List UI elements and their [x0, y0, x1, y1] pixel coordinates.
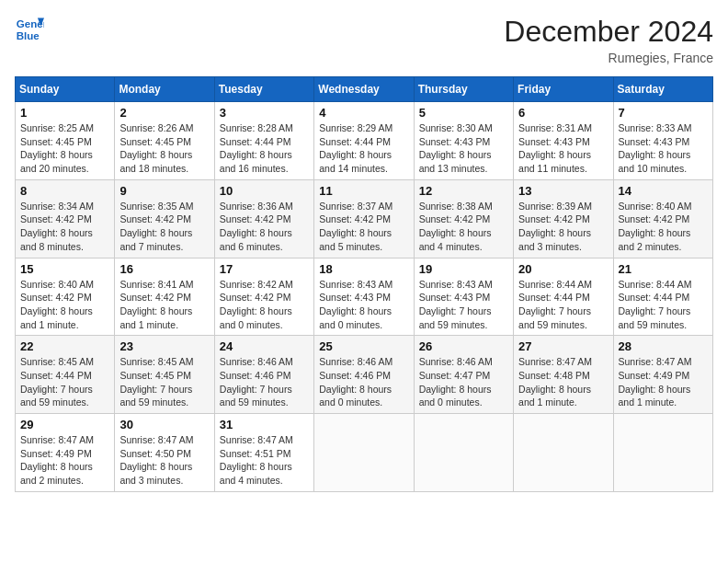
calendar-cell: [314, 414, 414, 492]
day-number: 18: [319, 262, 408, 276]
calendar-cell: 18Sunrise: 8:43 AM Sunset: 4:43 PM Dayli…: [314, 258, 414, 336]
calendar-header-row: SundayMondayTuesdayWednesdayThursdayFrid…: [16, 77, 713, 102]
weekday-header: Thursday: [414, 77, 513, 102]
day-info: Sunrise: 8:28 AM Sunset: 4:44 PM Dayligh…: [220, 121, 309, 176]
calendar-cell: 21Sunrise: 8:44 AM Sunset: 4:44 PM Dayli…: [613, 258, 712, 336]
day-info: Sunrise: 8:40 AM Sunset: 4:42 PM Dayligh…: [619, 200, 708, 254]
day-number: 23: [119, 339, 209, 353]
calendar-cell: 12Sunrise: 8:38 AM Sunset: 4:42 PM Dayli…: [414, 179, 513, 258]
day-number: 4: [319, 106, 408, 120]
calendar-week-row: 22Sunrise: 8:45 AM Sunset: 4:44 PM Dayli…: [16, 336, 713, 414]
calendar-cell: 24Sunrise: 8:46 AM Sunset: 4:46 PM Dayli…: [214, 336, 313, 414]
day-info: Sunrise: 8:46 AM Sunset: 4:46 PM Dayligh…: [319, 355, 408, 409]
day-number: 30: [119, 418, 209, 431]
weekday-header: Wednesday: [314, 77, 414, 102]
day-info: Sunrise: 8:47 AM Sunset: 4:49 PM Dayligh…: [20, 433, 109, 488]
day-number: 29: [20, 418, 109, 431]
calendar-cell: 11Sunrise: 8:37 AM Sunset: 4:42 PM Dayli…: [314, 179, 414, 258]
day-info: Sunrise: 8:43 AM Sunset: 4:43 PM Dayligh…: [419, 278, 508, 332]
calendar-cell: 27Sunrise: 8:47 AM Sunset: 4:48 PM Dayli…: [514, 336, 613, 414]
day-info: Sunrise: 8:43 AM Sunset: 4:43 PM Dayligh…: [319, 278, 408, 332]
day-number: 7: [619, 106, 708, 120]
calendar-week-row: 29Sunrise: 8:47 AM Sunset: 4:49 PM Dayli…: [16, 414, 713, 492]
calendar-cell: 10Sunrise: 8:36 AM Sunset: 4:42 PM Dayli…: [214, 179, 313, 258]
day-info: Sunrise: 8:26 AM Sunset: 4:45 PM Dayligh…: [119, 121, 209, 176]
day-number: 19: [419, 262, 508, 276]
day-info: Sunrise: 8:47 AM Sunset: 4:49 PM Dayligh…: [619, 355, 708, 409]
calendar-body: 1Sunrise: 8:25 AM Sunset: 4:45 PM Daylig…: [16, 102, 713, 492]
calendar-cell: 25Sunrise: 8:46 AM Sunset: 4:46 PM Dayli…: [314, 336, 414, 414]
day-number: 26: [419, 339, 508, 353]
day-info: Sunrise: 8:47 AM Sunset: 4:50 PM Dayligh…: [119, 433, 209, 488]
day-info: Sunrise: 8:36 AM Sunset: 4:42 PM Dayligh…: [220, 200, 309, 254]
calendar-cell: 4Sunrise: 8:29 AM Sunset: 4:44 PM Daylig…: [314, 102, 414, 180]
day-number: 1: [20, 106, 109, 120]
day-number: 2: [119, 106, 209, 120]
day-info: Sunrise: 8:40 AM Sunset: 4:42 PM Dayligh…: [20, 278, 109, 332]
day-number: 25: [319, 339, 408, 353]
day-info: Sunrise: 8:42 AM Sunset: 4:42 PM Dayligh…: [220, 278, 309, 332]
day-number: 28: [619, 339, 708, 353]
day-info: Sunrise: 8:45 AM Sunset: 4:44 PM Dayligh…: [20, 355, 109, 409]
day-number: 27: [518, 339, 608, 353]
day-info: Sunrise: 8:31 AM Sunset: 4:43 PM Dayligh…: [518, 121, 608, 176]
day-number: 9: [119, 184, 209, 198]
calendar-cell: 22Sunrise: 8:45 AM Sunset: 4:44 PM Dayli…: [16, 336, 115, 414]
calendar-cell: 13Sunrise: 8:39 AM Sunset: 4:42 PM Dayli…: [514, 179, 613, 258]
day-info: Sunrise: 8:45 AM Sunset: 4:45 PM Dayligh…: [119, 355, 209, 409]
svg-text:Blue: Blue: [17, 30, 40, 41]
calendar-cell: [613, 414, 712, 492]
calendar-cell: 28Sunrise: 8:47 AM Sunset: 4:49 PM Dayli…: [613, 336, 712, 414]
day-number: 13: [518, 184, 608, 198]
logo: General Blue: [15, 15, 44, 44]
location: Rumegies, France: [504, 51, 713, 65]
weekday-header: Tuesday: [214, 77, 313, 102]
day-number: 16: [119, 262, 209, 276]
calendar-cell: 17Sunrise: 8:42 AM Sunset: 4:42 PM Dayli…: [214, 258, 313, 336]
calendar-week-row: 1Sunrise: 8:25 AM Sunset: 4:45 PM Daylig…: [16, 102, 713, 180]
calendar-cell: 5Sunrise: 8:30 AM Sunset: 4:43 PM Daylig…: [414, 102, 513, 180]
day-number: 5: [419, 106, 508, 120]
weekday-header: Sunday: [16, 77, 115, 102]
day-number: 20: [518, 262, 608, 276]
calendar-cell: [514, 414, 613, 492]
day-number: 12: [419, 184, 508, 198]
day-number: 22: [20, 339, 109, 353]
calendar-week-row: 15Sunrise: 8:40 AM Sunset: 4:42 PM Dayli…: [16, 258, 713, 336]
calendar-table: SundayMondayTuesdayWednesdayThursdayFrid…: [15, 76, 713, 492]
calendar-cell: 2Sunrise: 8:26 AM Sunset: 4:45 PM Daylig…: [115, 102, 214, 180]
day-number: 15: [20, 262, 109, 276]
day-info: Sunrise: 8:25 AM Sunset: 4:45 PM Dayligh…: [20, 121, 109, 176]
day-info: Sunrise: 8:47 AM Sunset: 4:48 PM Dayligh…: [518, 355, 608, 409]
calendar-cell: 29Sunrise: 8:47 AM Sunset: 4:49 PM Dayli…: [16, 414, 115, 492]
day-number: 17: [220, 262, 309, 276]
calendar-cell: 30Sunrise: 8:47 AM Sunset: 4:50 PM Dayli…: [115, 414, 214, 492]
calendar-cell: 26Sunrise: 8:46 AM Sunset: 4:47 PM Dayli…: [414, 336, 513, 414]
day-number: 11: [319, 184, 408, 198]
weekday-header: Saturday: [613, 77, 712, 102]
calendar-cell: 7Sunrise: 8:33 AM Sunset: 4:43 PM Daylig…: [613, 102, 712, 180]
calendar-week-row: 8Sunrise: 8:34 AM Sunset: 4:42 PM Daylig…: [16, 179, 713, 258]
calendar-cell: 8Sunrise: 8:34 AM Sunset: 4:42 PM Daylig…: [16, 179, 115, 258]
calendar-cell: 14Sunrise: 8:40 AM Sunset: 4:42 PM Dayli…: [613, 179, 712, 258]
day-info: Sunrise: 8:41 AM Sunset: 4:42 PM Dayligh…: [119, 278, 209, 332]
day-info: Sunrise: 8:37 AM Sunset: 4:42 PM Dayligh…: [319, 200, 408, 254]
calendar-cell: 3Sunrise: 8:28 AM Sunset: 4:44 PM Daylig…: [214, 102, 313, 180]
calendar-cell: 23Sunrise: 8:45 AM Sunset: 4:45 PM Dayli…: [115, 336, 214, 414]
day-number: 24: [220, 339, 309, 353]
calendar-cell: 15Sunrise: 8:40 AM Sunset: 4:42 PM Dayli…: [16, 258, 115, 336]
day-number: 14: [619, 184, 708, 198]
calendar-cell: [414, 414, 513, 492]
day-info: Sunrise: 8:44 AM Sunset: 4:44 PM Dayligh…: [619, 278, 708, 332]
day-info: Sunrise: 8:29 AM Sunset: 4:44 PM Dayligh…: [319, 121, 408, 176]
day-info: Sunrise: 8:46 AM Sunset: 4:47 PM Dayligh…: [419, 355, 508, 409]
day-number: 8: [20, 184, 109, 198]
day-number: 10: [220, 184, 309, 198]
day-number: 21: [619, 262, 708, 276]
calendar-cell: 9Sunrise: 8:35 AM Sunset: 4:42 PM Daylig…: [115, 179, 214, 258]
day-number: 31: [220, 418, 309, 431]
weekday-header: Monday: [115, 77, 214, 102]
calendar-cell: 20Sunrise: 8:44 AM Sunset: 4:44 PM Dayli…: [514, 258, 613, 336]
calendar-cell: 31Sunrise: 8:47 AM Sunset: 4:51 PM Dayli…: [214, 414, 313, 492]
calendar-cell: 6Sunrise: 8:31 AM Sunset: 4:43 PM Daylig…: [514, 102, 613, 180]
